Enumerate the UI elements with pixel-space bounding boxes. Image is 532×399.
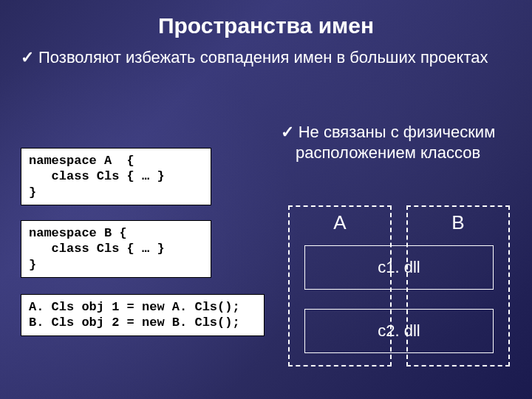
bullet-right-text: Не связаны с физическим расположением кл… xyxy=(296,123,495,162)
label-a: A xyxy=(290,207,390,234)
bullet-right: ✓Не связаны с физическим расположением к… xyxy=(273,122,502,163)
bullet-main: ✓Позволяют избежать совпадения имен в бо… xyxy=(0,47,532,69)
code-block-namespace-b: namespace B { class Cls { … } } xyxy=(21,220,211,278)
code-block-usage: A. Cls obj 1 = new A. Cls(); B. Cls obj … xyxy=(21,294,265,336)
check-icon: ✓ xyxy=(281,123,294,141)
slide-title: Пространства имен xyxy=(0,0,532,47)
code-block-namespace-a: namespace A { class Cls { … } } xyxy=(21,148,211,205)
bullet-main-text: Позволяют избежать совпадения имен в бол… xyxy=(38,48,488,66)
namespace-diagram: A B c1. dll c2. dll xyxy=(288,205,517,383)
label-b: B xyxy=(408,207,508,234)
check-icon: ✓ xyxy=(21,48,34,66)
dll-box-1: c1. dll xyxy=(304,245,494,290)
dll-box-2: c2. dll xyxy=(304,309,494,353)
